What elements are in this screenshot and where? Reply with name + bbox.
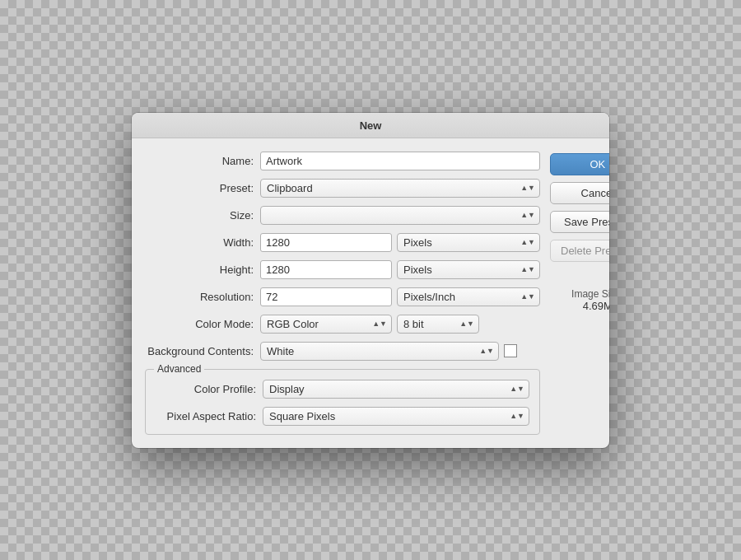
name-label: Name: <box>145 155 260 167</box>
image-size-label: Image Size: <box>550 288 609 300</box>
width-label: Width: <box>145 236 260 249</box>
name-input[interactable] <box>260 152 540 170</box>
resolution-unit-select[interactable]: Pixels/Inch Pixels/Centimeter <box>397 287 540 306</box>
bg-contents-label: Background Contents: <box>145 345 260 357</box>
color-mode-row: Color Mode: Bitmap Grayscale RGB Color C… <box>145 315 540 334</box>
bg-contents-row: Background Contents: White Background Co… <box>145 342 540 361</box>
cancel-button[interactable]: Cancel <box>550 182 609 204</box>
delete-preset-button[interactable]: Delete Preset... <box>550 240 609 262</box>
action-area: OK Cancel Save Preset... Delete Preset..… <box>550 152 609 435</box>
dialog-title: New <box>132 113 609 138</box>
resolution-input[interactable] <box>260 287 392 306</box>
resolution-label: Resolution: <box>145 291 260 303</box>
preset-label: Preset: <box>145 182 260 194</box>
size-select[interactable] <box>260 206 540 225</box>
color-mode-select[interactable]: Bitmap Grayscale RGB Color CMYK Color La… <box>260 315 392 334</box>
pixel-ratio-select[interactable]: Square Pixels D1/DV NTSC (0.91) D1/DV PA… <box>263 407 529 426</box>
save-preset-button[interactable]: Save Preset... <box>550 211 609 233</box>
color-profile-row: Color Profile: Display sRGB IEC61966-2.1… <box>156 380 529 399</box>
pixel-ratio-row: Pixel Aspect Ratio: Square Pixels D1/DV … <box>156 407 529 426</box>
bg-color-swatch[interactable] <box>504 344 517 357</box>
color-profile-select[interactable]: Display sRGB IEC61966-2.1 Adobe RGB (199… <box>263 380 529 399</box>
bg-contents-select[interactable]: White Background Color Transparent <box>260 342 499 361</box>
size-row: Size: ▲▼ <box>145 206 540 225</box>
preset-row: Preset: Clipboard Default Photoshop Size… <box>145 179 540 198</box>
form-area: Name: Preset: Clipboard Default Photosho… <box>145 152 540 435</box>
image-size-area: Image Size: 4.69M <box>550 288 609 312</box>
height-label: Height: <box>145 264 260 276</box>
color-profile-label: Color Profile: <box>156 383 263 395</box>
advanced-group: Advanced Color Profile: Display sRGB IEC… <box>145 369 540 435</box>
pixel-ratio-label: Pixel Aspect Ratio: <box>156 410 263 422</box>
title-text: New <box>360 119 382 132</box>
height-row: Height: Pixels Inches Centimeters ▲▼ <box>145 260 540 279</box>
new-document-dialog: New Name: Preset: Clipboard Default Phot… <box>132 113 609 448</box>
width-unit-select[interactable]: Pixels Inches Centimeters <box>397 233 540 252</box>
size-label: Size: <box>145 209 260 222</box>
ok-button[interactable]: OK <box>550 153 609 175</box>
preset-select[interactable]: Clipboard Default Photoshop Size U.S. Pa… <box>260 179 540 198</box>
image-size-value: 4.69M <box>550 300 609 312</box>
height-input[interactable] <box>260 260 392 279</box>
width-row: Width: Pixels Inches Centimeters ▲▼ <box>145 233 540 252</box>
color-mode-label: Color Mode: <box>145 318 260 330</box>
height-unit-select[interactable]: Pixels Inches Centimeters <box>397 260 540 279</box>
name-row: Name: <box>145 152 540 170</box>
resolution-row: Resolution: Pixels/Inch Pixels/Centimete… <box>145 287 540 306</box>
advanced-title: Advanced <box>154 363 204 375</box>
width-input[interactable] <box>260 233 392 252</box>
color-depth-select[interactable]: 8 bit 16 bit 32 bit <box>397 315 479 334</box>
